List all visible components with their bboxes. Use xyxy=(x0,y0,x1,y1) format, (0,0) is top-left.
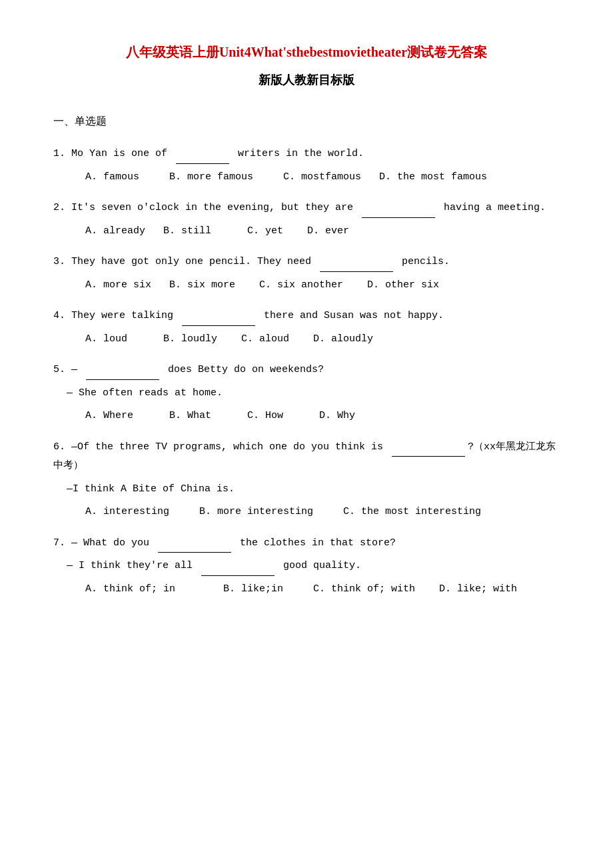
page-title: 八年级英语上册Unit4What'sthebestmovietheater测试卷… xyxy=(53,40,560,64)
question-5-text: 5. — does Betty do on weekends? xyxy=(53,361,560,380)
question-7: 7. — What do you the clothes in that sto… xyxy=(53,534,560,599)
question-3: 3. They have got only one pencil. They n… xyxy=(53,253,560,295)
question-6: 6. —Of the three TV programs, which one … xyxy=(53,438,560,522)
question-5: 5. — does Betty do on weekends? — She of… xyxy=(53,361,560,426)
section-title: 一、单选题 xyxy=(53,112,560,131)
question-4: 4. They were talking there and Susan was… xyxy=(53,307,560,349)
question-6-options: A. interesting B. more interesting C. th… xyxy=(53,503,560,522)
question-2: 2. It's seven o'clock in the evening, bu… xyxy=(53,199,560,241)
question-1-text: 1. Mo Yan is one of writers in the world… xyxy=(53,145,560,164)
question-7-text: 7. — What do you the clothes in that sto… xyxy=(53,534,560,553)
question-5-response: — She often reads at home. xyxy=(53,384,560,403)
question-1: 1. Mo Yan is one of writers in the world… xyxy=(53,145,560,187)
question-6-text: 6. —Of the three TV programs, which one … xyxy=(53,438,560,476)
question-6-response: —I think A Bite of China is. xyxy=(53,480,560,499)
question-4-options: A. loud B. loudly C. aloud D. aloudly xyxy=(53,330,560,349)
question-1-options: A. famous B. more famous C. mostfamous D… xyxy=(53,168,560,187)
question-2-text: 2. It's seven o'clock in the evening, bu… xyxy=(53,199,560,218)
question-7-options: A. think of; in B. like;in C. think of; … xyxy=(53,580,560,599)
question-4-text: 4. They were talking there and Susan was… xyxy=(53,307,560,326)
question-3-text: 3. They have got only one pencil. They n… xyxy=(53,253,560,272)
question-3-options: A. more six B. six more C. six another D… xyxy=(53,276,560,295)
question-7-response1: — I think they're all good quality. xyxy=(53,557,560,576)
page-subtitle: 新版人教新目标版 xyxy=(53,69,560,91)
question-2-options: A. already B. still C. yet D. ever xyxy=(53,222,560,241)
question-5-options: A. Where B. What C. How D. Why xyxy=(53,407,560,426)
